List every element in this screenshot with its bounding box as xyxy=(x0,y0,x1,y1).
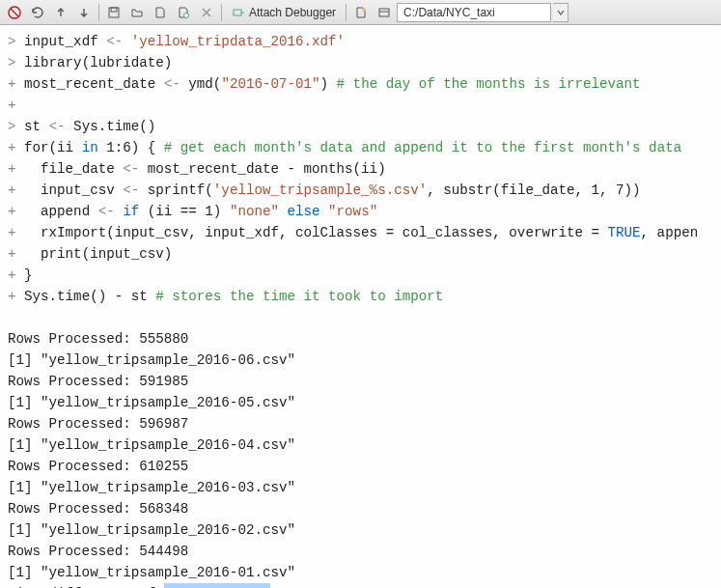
chevron-down-icon xyxy=(557,9,565,16)
open-icon[interactable] xyxy=(126,3,148,22)
console-code-line: > st <- Sys.time() xyxy=(8,116,713,137)
code-token xyxy=(123,34,131,49)
prompt: + xyxy=(8,246,24,262)
code-token: st xyxy=(24,119,49,134)
code-token: input_xdf xyxy=(24,34,106,49)
console-output-line: [1] "yellow_tripsample_2016-06.csv" xyxy=(8,350,713,371)
toolbar: Attach Debugger C:/Data/NYC_taxi xyxy=(0,0,721,25)
code-token: <- xyxy=(49,119,66,134)
console-output-line: Rows Processed: 591985 xyxy=(8,371,713,392)
refresh-icon[interactable] xyxy=(27,3,48,22)
console-output-line: [1] "yellow_tripsample_2016-03.csv" xyxy=(8,477,713,498)
code-token: sprintf( xyxy=(139,182,213,198)
code-token: "2016-07-01" xyxy=(221,76,319,92)
prompt: + xyxy=(8,204,24,219)
code-token xyxy=(279,204,288,219)
prompt: > xyxy=(8,119,24,134)
toolbar-separator xyxy=(221,4,222,21)
code-token: , appen xyxy=(641,225,699,240)
code-token: if xyxy=(123,204,139,219)
code-token: 'yellow_tripdata_2016.xdf' xyxy=(131,34,345,49)
arrow-up-icon[interactable] xyxy=(50,3,71,22)
prompt: + xyxy=(8,182,24,198)
interrupt-icon[interactable] xyxy=(4,3,25,22)
code-token: Sys.time() xyxy=(66,119,156,134)
code-token: in xyxy=(82,140,98,155)
svg-point-2 xyxy=(184,13,189,17)
prompt: + xyxy=(8,267,24,283)
code-token: <- xyxy=(98,204,115,219)
code-token: file_date xyxy=(24,161,123,177)
prompt: + xyxy=(8,140,24,155)
console-output-line: [1] "yellow_tripsample_2016-05.csv" xyxy=(8,392,713,413)
code-token: most_recent_date xyxy=(24,76,164,92)
console-code-line: + file_date <- most_recent_date - months… xyxy=(8,158,713,180)
prompt: + xyxy=(8,76,24,92)
console-code-line: + Sys.time() - st # stores the time it t… xyxy=(8,286,713,307)
console-output-line: Rows Processed: 555880 xyxy=(8,328,713,350)
prompt: + xyxy=(8,98,24,113)
code-token: print(input_csv) xyxy=(24,246,172,262)
code-token: rxImport(input_csv, input_xdf, colClasse… xyxy=(24,225,608,240)
prompt: > xyxy=(8,34,24,49)
code-token: # stores the time it took to import xyxy=(155,289,443,304)
svg-point-4 xyxy=(362,8,366,12)
arrow-down-icon[interactable] xyxy=(73,3,95,22)
code-token: append xyxy=(24,204,98,219)
console-code-line: > input_xdf <- 'yellow_tripdata_2016.xdf… xyxy=(8,31,713,52)
code-token: input_csv xyxy=(24,182,123,198)
working-directory-input[interactable]: C:/Data/NYC_taxi xyxy=(397,3,551,22)
code-token: <- xyxy=(123,182,139,198)
svg-rect-1 xyxy=(111,8,117,12)
console-code-line: > library(lubridate) xyxy=(8,52,713,73)
console-output-line: Time difference of 58.59781 secs xyxy=(8,583,713,588)
console-output-line: Rows Processed: 544498 xyxy=(8,541,713,562)
working-directory-dropdown[interactable] xyxy=(553,3,568,22)
code-token: Sys.time() - st xyxy=(24,289,155,304)
console-output-line: Rows Processed: 568348 xyxy=(8,498,713,519)
svg-rect-5 xyxy=(379,9,389,16)
code-token: (ii == 1) xyxy=(139,204,230,219)
code-token: <- xyxy=(164,76,180,92)
code-token: <- xyxy=(106,34,123,49)
debugger-icon xyxy=(232,6,245,19)
console-code-line: + input_csv <- sprintf('yellow_tripsampl… xyxy=(8,180,713,201)
code-token: } xyxy=(24,267,33,283)
console-code-line: + } xyxy=(8,265,713,286)
nav-icon-1[interactable] xyxy=(350,3,372,22)
console-output-line: Rows Processed: 596987 xyxy=(8,413,713,434)
code-token: "rows" xyxy=(328,204,377,219)
prompt: + xyxy=(8,161,24,177)
console-output-line xyxy=(8,307,713,328)
svg-rect-3 xyxy=(234,10,241,15)
code-token: 'yellow_tripsample_%s.csv' xyxy=(213,182,427,198)
new-file-icon[interactable] xyxy=(150,3,171,22)
r-console[interactable]: > input_xdf <- 'yellow_tripdata_2016.xdf… xyxy=(0,25,721,588)
save-icon[interactable] xyxy=(103,3,125,22)
nav-icon-2[interactable] xyxy=(374,3,395,22)
toolbar-separator xyxy=(346,4,347,21)
code-token: # get each month's data and append it to… xyxy=(164,140,681,155)
code-token: , substr(file_date, 1, 7)) xyxy=(427,182,640,198)
console-input-block: > input_xdf <- 'yellow_tripdata_2016.xdf… xyxy=(8,31,713,307)
attach-debugger-button[interactable]: Attach Debugger xyxy=(226,4,342,21)
code-token: 1:6) { xyxy=(98,140,164,155)
console-output-block: Rows Processed: 555880[1] "yellow_tripsa… xyxy=(8,307,713,583)
console-code-line: + for(ii in 1:6) { # get each month's da… xyxy=(8,137,713,158)
console-code-line: + append <- if (ii == 1) "none" else "ro… xyxy=(8,201,713,222)
time-diff-highlight[interactable]: 58.59781 secs xyxy=(164,583,271,588)
new-file-alt-icon[interactable] xyxy=(173,3,194,22)
console-code-line: + most_recent_date <- ymd("2016-07-01") … xyxy=(8,73,713,95)
code-token: # the day of the months is irrelevant xyxy=(337,76,641,92)
prompt: + xyxy=(8,289,24,304)
console-output-line: [1] "yellow_tripsample_2016-01.csv" xyxy=(8,562,713,583)
code-token: library(lubridate) xyxy=(24,55,172,70)
code-token: <- xyxy=(123,161,139,177)
console-output-line: [1] "yellow_tripsample_2016-04.csv" xyxy=(8,434,713,456)
working-directory-value: C:/Data/NYC_taxi xyxy=(403,6,495,19)
close-icon[interactable] xyxy=(196,3,217,22)
attach-debugger-label: Attach Debugger xyxy=(249,6,336,19)
code-token: TRUE xyxy=(608,225,641,240)
console-code-line: + print(input_csv) xyxy=(8,243,713,265)
prompt: + xyxy=(8,225,24,240)
